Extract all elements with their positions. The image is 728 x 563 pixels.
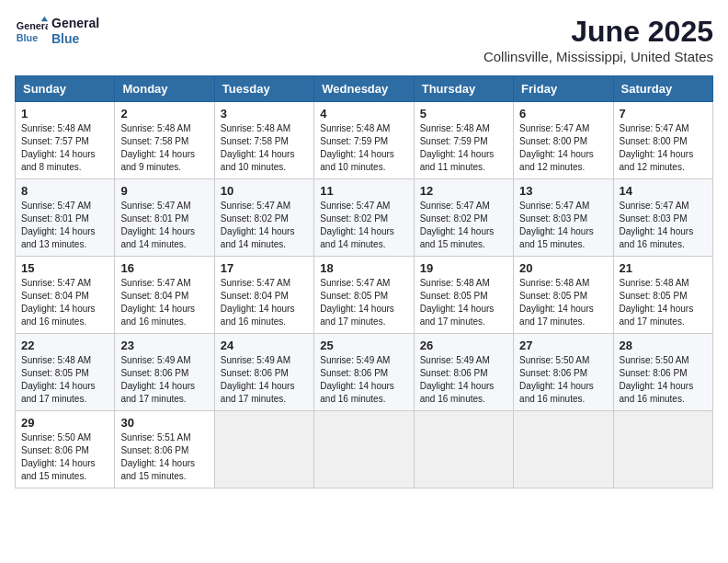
day-number: 22 — [21, 339, 108, 352]
day-info: Sunrise: 5:47 AMSunset: 8:03 PMDaylight:… — [519, 201, 594, 249]
day-number: 3 — [221, 107, 308, 121]
day-info: Sunrise: 5:48 AMSunset: 7:58 PMDaylight:… — [221, 123, 295, 172]
day-number: 30 — [120, 416, 208, 430]
day-info: Sunrise: 5:48 AMSunset: 8:05 PMDaylight:… — [21, 355, 96, 404]
table-row: 21 Sunrise: 5:48 AMSunset: 8:05 PMDaylig… — [613, 257, 712, 334]
day-info: Sunrise: 5:49 AMSunset: 8:06 PMDaylight:… — [221, 355, 295, 404]
table-row — [514, 411, 613, 488]
table-row: 12 Sunrise: 5:47 AMSunset: 8:02 PMDaylig… — [414, 179, 513, 257]
day-info: Sunrise: 5:50 AMSunset: 8:06 PMDaylight:… — [620, 355, 694, 404]
day-number: 26 — [420, 339, 507, 352]
day-number: 25 — [320, 339, 407, 352]
svg-text:Blue: Blue — [17, 32, 38, 43]
day-info: Sunrise: 5:48 AMSunset: 7:59 PMDaylight:… — [320, 123, 394, 172]
logo-text-line1: General — [51, 16, 99, 31]
table-row: 25 Sunrise: 5:49 AMSunset: 8:06 PMDaylig… — [314, 334, 414, 411]
table-row: 23 Sunrise: 5:49 AMSunset: 8:06 PMDaylig… — [115, 334, 214, 411]
day-info: Sunrise: 5:49 AMSunset: 8:06 PMDaylight:… — [120, 355, 195, 404]
day-number: 14 — [620, 184, 707, 198]
day-info: Sunrise: 5:47 AMSunset: 8:04 PMDaylight:… — [221, 278, 295, 327]
location-title: Collinsville, Mississippi, United States — [483, 49, 713, 64]
day-info: Sunrise: 5:49 AMSunset: 8:06 PMDaylight:… — [320, 355, 394, 404]
day-info: Sunrise: 5:51 AMSunset: 8:06 PMDaylight:… — [120, 432, 195, 481]
day-info: Sunrise: 5:47 AMSunset: 8:04 PMDaylight:… — [21, 278, 96, 327]
table-row: 2 Sunrise: 5:48 AMSunset: 7:58 PMDayligh… — [115, 102, 214, 179]
day-number: 29 — [21, 416, 108, 430]
day-number: 6 — [519, 107, 607, 121]
day-number: 23 — [120, 339, 208, 352]
day-number: 5 — [420, 107, 507, 121]
table-row: 20 Sunrise: 5:48 AMSunset: 8:05 PMDaylig… — [514, 257, 613, 334]
table-row: 6 Sunrise: 5:47 AMSunset: 8:00 PMDayligh… — [514, 102, 613, 179]
table-row: 16 Sunrise: 5:47 AMSunset: 8:04 PMDaylig… — [115, 257, 214, 334]
table-row: 7 Sunrise: 5:47 AMSunset: 8:00 PMDayligh… — [613, 102, 712, 179]
table-row — [613, 411, 712, 488]
title-block: June 2025 Collinsville, Mississippi, Uni… — [483, 15, 713, 64]
table-row — [414, 411, 513, 488]
day-info: Sunrise: 5:47 AMSunset: 8:02 PMDaylight:… — [221, 201, 295, 249]
day-info: Sunrise: 5:47 AMSunset: 8:00 PMDaylight:… — [519, 123, 594, 172]
col-friday: Friday — [514, 76, 613, 102]
day-info: Sunrise: 5:48 AMSunset: 7:57 PMDaylight:… — [21, 123, 96, 172]
table-row: 11 Sunrise: 5:47 AMSunset: 8:02 PMDaylig… — [314, 179, 414, 257]
table-row: 26 Sunrise: 5:49 AMSunset: 8:06 PMDaylig… — [414, 334, 513, 411]
calendar-table: Sunday Monday Tuesday Wednesday Thursday… — [15, 75, 713, 488]
svg-text:General: General — [17, 20, 48, 31]
table-row: 19 Sunrise: 5:48 AMSunset: 8:05 PMDaylig… — [414, 257, 513, 334]
day-info: Sunrise: 5:49 AMSunset: 8:06 PMDaylight:… — [420, 355, 495, 404]
table-row: 22 Sunrise: 5:48 AMSunset: 8:05 PMDaylig… — [16, 334, 115, 411]
day-info: Sunrise: 5:48 AMSunset: 8:05 PMDaylight:… — [620, 278, 694, 327]
logo-text-line2: Blue — [51, 31, 99, 47]
table-row — [214, 411, 313, 488]
day-info: Sunrise: 5:47 AMSunset: 8:05 PMDaylight:… — [320, 278, 394, 327]
col-saturday: Saturday — [613, 76, 712, 102]
table-row: 13 Sunrise: 5:47 AMSunset: 8:03 PMDaylig… — [514, 179, 613, 257]
table-row: 14 Sunrise: 5:47 AMSunset: 8:03 PMDaylig… — [613, 179, 712, 257]
day-number: 27 — [519, 339, 607, 352]
svg-marker-2 — [41, 17, 48, 21]
month-title: June 2025 — [483, 15, 713, 49]
table-row: 1 Sunrise: 5:48 AMSunset: 7:57 PMDayligh… — [16, 102, 115, 179]
day-number: 9 — [120, 184, 208, 198]
table-row: 9 Sunrise: 5:47 AMSunset: 8:01 PMDayligh… — [115, 179, 214, 257]
day-number: 19 — [420, 261, 507, 275]
day-info: Sunrise: 5:47 AMSunset: 8:02 PMDaylight:… — [420, 201, 495, 249]
table-row: 27 Sunrise: 5:50 AMSunset: 8:06 PMDaylig… — [514, 334, 613, 411]
day-number: 28 — [620, 339, 707, 352]
day-info: Sunrise: 5:50 AMSunset: 8:06 PMDaylight:… — [519, 355, 594, 404]
col-thursday: Thursday — [414, 76, 513, 102]
day-number: 2 — [120, 107, 208, 121]
day-number: 13 — [519, 184, 607, 198]
day-number: 16 — [120, 261, 208, 275]
day-info: Sunrise: 5:48 AMSunset: 7:58 PMDaylight:… — [120, 123, 195, 172]
day-number: 7 — [620, 107, 707, 121]
col-monday: Monday — [115, 76, 214, 102]
table-row: 28 Sunrise: 5:50 AMSunset: 8:06 PMDaylig… — [613, 334, 712, 411]
day-number: 8 — [21, 184, 108, 198]
day-number: 11 — [320, 184, 407, 198]
table-row: 30 Sunrise: 5:51 AMSunset: 8:06 PMDaylig… — [115, 411, 214, 488]
day-info: Sunrise: 5:47 AMSunset: 8:01 PMDaylight:… — [120, 201, 195, 249]
day-number: 4 — [320, 107, 407, 121]
table-row: 17 Sunrise: 5:47 AMSunset: 8:04 PMDaylig… — [214, 257, 313, 334]
day-info: Sunrise: 5:48 AMSunset: 7:59 PMDaylight:… — [420, 123, 495, 172]
logo: General Blue General Blue — [15, 15, 99, 48]
table-row: 24 Sunrise: 5:49 AMSunset: 8:06 PMDaylig… — [214, 334, 313, 411]
day-number: 12 — [420, 184, 507, 198]
day-info: Sunrise: 5:48 AMSunset: 8:05 PMDaylight:… — [519, 278, 594, 327]
day-info: Sunrise: 5:48 AMSunset: 8:05 PMDaylight:… — [420, 278, 495, 327]
col-tuesday: Tuesday — [214, 76, 313, 102]
col-sunday: Sunday — [16, 76, 115, 102]
day-number: 21 — [620, 261, 707, 275]
table-row: 4 Sunrise: 5:48 AMSunset: 7:59 PMDayligh… — [314, 102, 414, 179]
day-number: 15 — [21, 261, 108, 275]
table-row: 10 Sunrise: 5:47 AMSunset: 8:02 PMDaylig… — [214, 179, 313, 257]
day-info: Sunrise: 5:47 AMSunset: 8:01 PMDaylight:… — [21, 201, 96, 249]
logo-icon: General Blue — [15, 15, 48, 48]
table-row — [314, 411, 414, 488]
day-number: 18 — [320, 261, 407, 275]
day-number: 17 — [221, 261, 308, 275]
day-info: Sunrise: 5:47 AMSunset: 8:00 PMDaylight:… — [620, 123, 694, 172]
day-number: 10 — [221, 184, 308, 198]
day-number: 24 — [221, 339, 308, 352]
